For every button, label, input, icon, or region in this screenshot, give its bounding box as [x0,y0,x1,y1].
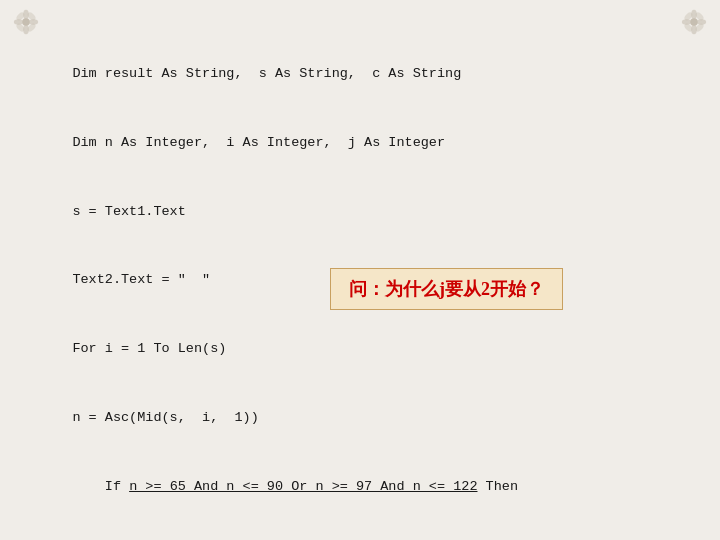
question-box: 问：为什么j要从2开始？ [330,268,563,310]
deco-top-right-icon [680,8,708,36]
code-line7-condition: n >= 65 And n <= 90 Or n >= 97 And n <= … [129,479,477,494]
code-line5: For i = 1 To Len(s) [72,341,226,356]
code-line2: Dim n As Integer, i As Integer, j As Int… [72,135,445,150]
code-line7-then: Then [477,479,518,494]
svg-point-9 [690,18,697,25]
question-text: 问：为什么j要从2开始？ [349,279,544,299]
code-line1: Dim result As String, s As String, c As … [72,66,461,81]
code-line6: n = Asc(Mid(s, i, 1)) [72,410,258,425]
code-line4: Text2.Text = " " [72,272,210,287]
code-line3: s = Text1.Text [72,204,185,219]
svg-point-0 [22,18,29,25]
deco-top-left-icon [12,8,40,36]
page: Dim result As String, s As String, c As … [0,0,720,540]
code-line7-pre: If [72,479,129,494]
